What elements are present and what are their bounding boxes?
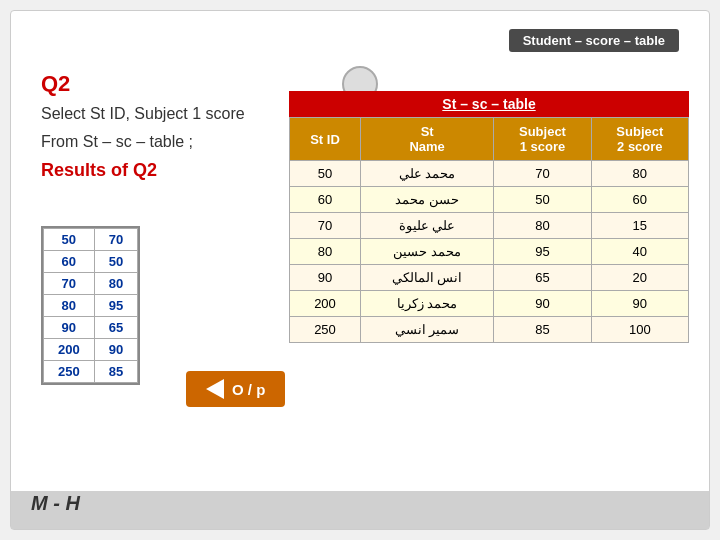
- data-table-area: St – sc – table St ID StName Subject1 sc…: [289, 91, 689, 343]
- small-table-cell: 65: [94, 317, 137, 339]
- op-button[interactable]: O / p: [186, 371, 285, 407]
- results-label: Results of Q2: [41, 160, 321, 181]
- col-header-sub2: Subject2 score: [591, 118, 688, 161]
- small-table-cell: 90: [44, 317, 95, 339]
- op-label: O / p: [232, 381, 265, 398]
- cell-st-name: محمد حسين: [360, 239, 493, 265]
- cell-st-name: حسن محمد: [360, 187, 493, 213]
- cell-st-id: 70: [290, 213, 361, 239]
- cell-st-name: علي عليوة: [360, 213, 493, 239]
- cell-sub2: 100: [591, 317, 688, 343]
- small-table-cell: 70: [94, 229, 137, 251]
- cell-st-id: 60: [290, 187, 361, 213]
- cell-sub2: 80: [591, 161, 688, 187]
- arrow-icon: [206, 379, 224, 399]
- cell-sub2: 15: [591, 213, 688, 239]
- q2-section: Q2 Select St ID, Subject 1 score From St…: [41, 71, 321, 181]
- data-table-row: 50محمد علي7080: [290, 161, 689, 187]
- cell-sub2: 40: [591, 239, 688, 265]
- data-table-row: 250سمير انسي85100: [290, 317, 689, 343]
- small-table-row: 20090: [44, 339, 138, 361]
- data-table: St ID StName Subject1 score Subject2 sco…: [289, 117, 689, 343]
- small-table-row: 6050: [44, 251, 138, 273]
- cell-sub2: 20: [591, 265, 688, 291]
- data-table-row: 60حسن محمد5060: [290, 187, 689, 213]
- col-header-sub1: Subject1 score: [494, 118, 591, 161]
- cell-st-id: 50: [290, 161, 361, 187]
- small-table-cell: 200: [44, 339, 95, 361]
- cell-sub1: 85: [494, 317, 591, 343]
- small-table-row: 8095: [44, 295, 138, 317]
- q2-line2: From St – sc – table ;: [41, 129, 321, 155]
- cell-st-id: 80: [290, 239, 361, 265]
- st-sc-header: St – sc – table: [289, 91, 689, 117]
- cell-st-id: 250: [290, 317, 361, 343]
- q2-label: Q2: [41, 71, 321, 97]
- small-table-row: 7080: [44, 273, 138, 295]
- small-table-cell: 95: [94, 295, 137, 317]
- small-table-cell: 50: [94, 251, 137, 273]
- main-card: Student – score – table Q2 Select St ID,…: [10, 10, 710, 530]
- cell-st-name: محمد علي: [360, 161, 493, 187]
- small-table-cell: 50: [44, 229, 95, 251]
- cell-st-id: 90: [290, 265, 361, 291]
- cell-sub1: 50: [494, 187, 591, 213]
- cell-sub2: 90: [591, 291, 688, 317]
- small-table-cell: 250: [44, 361, 95, 383]
- cell-st-name: سمير انسي: [360, 317, 493, 343]
- data-table-row: 70علي عليوة8015: [290, 213, 689, 239]
- small-table-row: 25085: [44, 361, 138, 383]
- col-header-st-name: StName: [360, 118, 493, 161]
- cell-sub1: 70: [494, 161, 591, 187]
- col-header-st-id: St ID: [290, 118, 361, 161]
- cell-st-id: 200: [290, 291, 361, 317]
- cell-st-name: محمد زكريا: [360, 291, 493, 317]
- data-table-row: 80محمد حسين9540: [290, 239, 689, 265]
- footer-label: M - H: [31, 492, 80, 515]
- title-bar: Student – score – table: [509, 29, 679, 52]
- small-table-row: 9065: [44, 317, 138, 339]
- cell-st-name: انس المالكي: [360, 265, 493, 291]
- cell-sub2: 60: [591, 187, 688, 213]
- data-table-row: 90انس المالكي6520: [290, 265, 689, 291]
- small-table-row: 5070: [44, 229, 138, 251]
- small-table-cell: 85: [94, 361, 137, 383]
- q2-line1: Select St ID, Subject 1 score: [41, 101, 321, 127]
- cell-sub1: 95: [494, 239, 591, 265]
- small-table-cell: 70: [44, 273, 95, 295]
- small-table-cell: 80: [44, 295, 95, 317]
- cell-sub1: 80: [494, 213, 591, 239]
- data-table-row: 200محمد زكريا9090: [290, 291, 689, 317]
- small-table-cell: 80: [94, 273, 137, 295]
- small-table-cell: 90: [94, 339, 137, 361]
- small-table: 507060507080809590652009025085: [43, 228, 138, 383]
- cell-sub1: 65: [494, 265, 591, 291]
- bottom-bar: [11, 491, 709, 529]
- cell-sub1: 90: [494, 291, 591, 317]
- small-table-cell: 60: [44, 251, 95, 273]
- results-box: 507060507080809590652009025085: [41, 226, 140, 385]
